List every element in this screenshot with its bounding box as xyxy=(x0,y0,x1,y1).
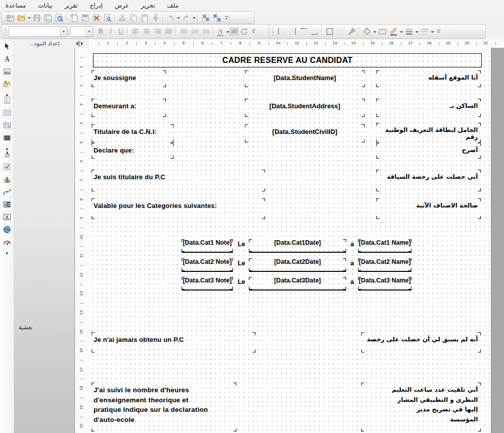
menu-item-6[interactable]: ملف xyxy=(165,2,180,10)
text-object-fr[interactable]: Je soussigne xyxy=(92,70,166,87)
text-object-fr[interactable]: Valable pour les Categories suivantes: xyxy=(92,198,265,219)
text-object-ar[interactable]: أني تلقيت عدد ساعت التعليم النظري و التط… xyxy=(361,383,481,431)
richtext-icon[interactable]: A xyxy=(1,149,13,159)
align-left-icon[interactable] xyxy=(130,26,141,37)
font-size-combobox[interactable]: ▼ xyxy=(70,26,93,37)
toolbar-grip[interactable] xyxy=(272,28,274,36)
chevron-down-icon[interactable] xyxy=(225,26,230,37)
text-object-fr[interactable]: Demeurant a: xyxy=(92,99,166,117)
text-object-ar[interactable]: الحامل لبطاقة التعريف الوطنية رقم xyxy=(376,123,481,142)
text-object-ar[interactable]: أني حصلت على رخصة السياقة xyxy=(376,170,481,191)
text-object-fr[interactable]: Je suis titulaire du P.C xyxy=(92,170,265,191)
page-properties-icon[interactable] xyxy=(102,12,113,23)
text-object-fr[interactable]: Titulaire de la C.N.I: xyxy=(92,124,174,142)
group-icon[interactable] xyxy=(200,12,211,23)
cat1-note-field[interactable]: [Data.Cat1 Note] xyxy=(182,239,233,253)
gauge-icon[interactable] xyxy=(1,237,13,247)
chevron-down-icon[interactable] xyxy=(399,26,403,37)
toolbar-overflow-button[interactable]: ▾ xyxy=(436,26,442,37)
chevron-down-icon[interactable] xyxy=(192,12,196,23)
cut-icon[interactable] xyxy=(117,12,128,23)
preview-icon[interactable] xyxy=(53,12,64,23)
text-object-ar[interactable]: أصرح xyxy=(376,143,481,159)
cat3-le-label[interactable]: Le xyxy=(234,277,248,291)
map-icon[interactable] xyxy=(1,224,13,235)
highlight-button[interactable]: ab xyxy=(230,28,238,35)
b-left-icon[interactable] xyxy=(276,26,287,37)
cat3-date-field[interactable]: [Data.Cat3Date] xyxy=(249,277,346,291)
fillstyle-icon[interactable] xyxy=(377,26,388,37)
menu-item-0[interactable]: مساعدة xyxy=(4,2,28,10)
select-icon[interactable] xyxy=(1,41,13,51)
text-object-ar[interactable]: أنا الموقع أسفله xyxy=(376,70,481,87)
text-object-ar[interactable]: الساكن بـ xyxy=(376,99,481,117)
b-all-icon[interactable] xyxy=(324,26,335,37)
title-text-object[interactable]: CADRE RESERVE AU CANDIDAT xyxy=(93,53,482,67)
chevron-down-icon[interactable] xyxy=(27,12,31,23)
cat3-a-label[interactable]: a xyxy=(348,277,357,291)
chevron-down-icon[interactable] xyxy=(430,26,435,37)
b-right-icon[interactable] xyxy=(287,26,298,37)
font-name-combobox[interactable]: ▼ xyxy=(8,26,67,37)
rotate-icon[interactable] xyxy=(238,26,249,37)
align-justify-icon[interactable] xyxy=(163,26,174,37)
b-props-icon[interactable] xyxy=(346,26,357,37)
open-icon[interactable] xyxy=(16,12,27,23)
checkbox-icon[interactable] xyxy=(1,161,13,172)
format-painter-icon[interactable] xyxy=(150,12,161,23)
bucket-icon[interactable] xyxy=(361,26,372,37)
configure-bands-tab[interactable]: ...إعداد البنود xyxy=(14,39,74,48)
underline-button[interactable]: U xyxy=(116,26,126,37)
new-report-icon[interactable] xyxy=(5,12,16,23)
chevron-down-icon[interactable] xyxy=(414,26,419,37)
cat1-date-field[interactable]: [Data.Cat1Date] xyxy=(249,239,346,253)
save-icon[interactable] xyxy=(31,12,42,23)
font-color-button[interactable]: A xyxy=(215,26,225,37)
cat1-name-field[interactable]: [Data.Cat1 Name] xyxy=(358,239,411,253)
cat3-note-field[interactable]: [Data.Cat3 Note] xyxy=(182,277,233,291)
pencil-icon[interactable] xyxy=(388,26,399,37)
chevron-down-icon[interactable]: ▼ xyxy=(60,27,67,36)
toolbar-overflow-button[interactable]: ▾ xyxy=(223,12,229,23)
new-page-icon[interactable] xyxy=(68,12,79,23)
lwidth-icon[interactable] xyxy=(403,26,414,37)
delete-page-icon[interactable] xyxy=(91,12,102,23)
save-all-icon[interactable] xyxy=(42,12,53,23)
align-right-icon[interactable] xyxy=(152,26,163,37)
page-setup-icon[interactable] xyxy=(79,12,91,23)
more-tools-arrow-icon[interactable] xyxy=(3,143,11,147)
b-bottom-icon[interactable] xyxy=(309,26,320,37)
paste-icon[interactable] xyxy=(139,12,150,23)
menu-item-4[interactable]: عرض xyxy=(113,2,130,10)
menu-item-5[interactable]: تحرير xyxy=(139,2,156,10)
lstyle-icon[interactable] xyxy=(419,26,430,37)
picture-icon[interactable] xyxy=(1,66,13,77)
more-tools-arrow-icon[interactable] xyxy=(3,248,11,251)
text-object-fr[interactable]: Je n'ai jamais obtenu un P.C xyxy=(92,332,256,352)
text-object-ar[interactable]: أنه لم يسبق لي أن حصلت على رخصة xyxy=(361,332,481,352)
align-center-icon[interactable] xyxy=(141,26,152,37)
report-page-canvas[interactable]: CADRE RESERVE AU CANDIDAT Je soussigne [… xyxy=(89,48,491,433)
more-tools-arrow-icon[interactable] xyxy=(3,90,11,93)
chevron-down-icon[interactable]: ▼ xyxy=(86,27,93,36)
cat1-a-label[interactable]: a xyxy=(348,239,357,253)
menu-item-3[interactable]: إدراج xyxy=(88,2,104,10)
dist1-icon[interactable] xyxy=(178,26,189,37)
cat2-date-field[interactable]: [Data.Cat2Date] xyxy=(249,258,346,272)
dist2-icon[interactable] xyxy=(189,26,200,37)
shape-icon[interactable] xyxy=(1,79,13,89)
numbers-icon[interactable]: 12 xyxy=(1,199,13,209)
menu-item-1[interactable]: بيانات xyxy=(37,2,54,10)
undo-icon[interactable] xyxy=(165,12,176,23)
chevron-down-icon[interactable] xyxy=(372,26,377,37)
redo-icon[interactable] xyxy=(181,12,192,23)
bezier-icon[interactable] xyxy=(1,186,13,197)
panel-splitter-icon[interactable] xyxy=(74,40,86,47)
text-object-fr[interactable]: J'ai suivi le nombre d'heures d'enseigne… xyxy=(92,383,236,431)
dist3-icon[interactable] xyxy=(200,26,211,37)
bold-button[interactable]: B xyxy=(96,26,106,37)
matrix-icon[interactable] xyxy=(1,120,13,130)
overlay-band-label[interactable]: تغشية xyxy=(19,324,32,331)
toolbar-grip[interactable] xyxy=(5,28,6,36)
cat3-name-field[interactable]: [Data.Cat3 Name] xyxy=(358,277,411,291)
